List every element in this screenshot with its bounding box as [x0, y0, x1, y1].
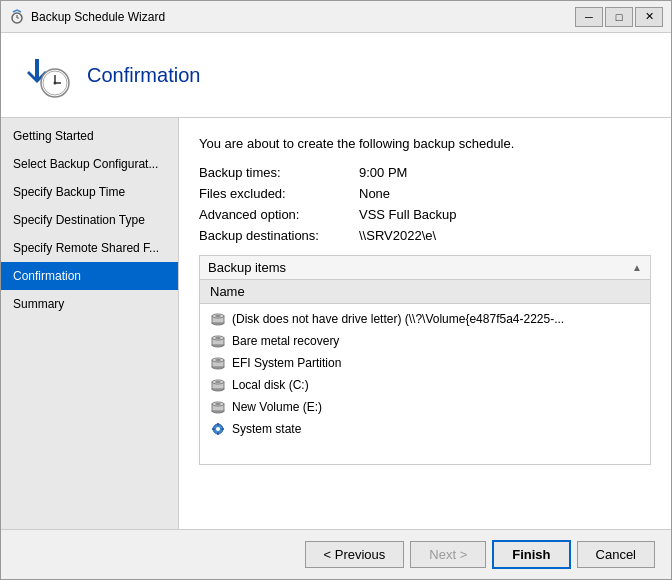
maximize-button[interactable]: □: [605, 7, 633, 27]
destinations-label: Backup destinations:: [199, 228, 359, 243]
list-item-label: (Disk does not have drive letter) (\\?\V…: [232, 312, 564, 326]
disk-icon: [210, 377, 226, 393]
list-item-label: Local disk (C:): [232, 378, 309, 392]
svg-point-23: [215, 381, 221, 383]
list-item: (Disk does not have drive letter) (\\?\V…: [200, 308, 650, 330]
svg-rect-32: [212, 428, 215, 430]
info-row-destinations: Backup destinations: \\SRV2022\e\: [199, 228, 651, 243]
sidebar-item-getting-started[interactable]: Getting Started: [1, 122, 178, 150]
titlebar-title: Backup Schedule Wizard: [31, 10, 575, 24]
backup-times-label: Backup times:: [199, 165, 359, 180]
list-item: Bare metal recovery: [200, 330, 650, 352]
svg-rect-31: [217, 433, 219, 436]
svg-point-11: [215, 315, 221, 317]
info-row-advanced: Advanced option: VSS Full Backup: [199, 207, 651, 222]
main-content: You are about to create the following ba…: [179, 118, 671, 529]
advanced-option-value: VSS Full Backup: [359, 207, 457, 222]
backup-items-header: Backup items ▲: [200, 256, 650, 280]
svg-point-27: [215, 403, 221, 405]
chevron-up-icon: ▲: [632, 262, 642, 273]
svg-point-29: [216, 427, 220, 431]
backup-items-column-name: Name: [200, 280, 650, 304]
page-title: Confirmation: [87, 64, 200, 87]
svg-rect-33: [222, 428, 225, 430]
backup-items-label: Backup items: [208, 260, 286, 275]
disk-icon: [210, 311, 226, 327]
sidebar-item-confirmation[interactable]: Confirmation: [1, 262, 178, 290]
sidebar: Getting Started Select Backup Configurat…: [1, 118, 179, 529]
close-button[interactable]: ✕: [635, 7, 663, 27]
sidebar-item-select-backup[interactable]: Select Backup Configurat...: [1, 150, 178, 178]
sidebar-item-summary[interactable]: Summary: [1, 290, 178, 318]
info-row-files-excluded: Files excluded: None: [199, 186, 651, 201]
backup-items-section: Backup items ▲ Name: [199, 255, 651, 465]
advanced-option-label: Advanced option:: [199, 207, 359, 222]
info-row-backup-times: Backup times: 9:00 PM: [199, 165, 651, 180]
list-item: EFI System Partition: [200, 352, 650, 374]
list-item: System state: [200, 418, 650, 440]
body-area: Getting Started Select Backup Configurat…: [1, 118, 671, 529]
sidebar-item-specify-time[interactable]: Specify Backup Time: [1, 178, 178, 206]
previous-button[interactable]: < Previous: [305, 541, 405, 568]
list-item-label: New Volume (E:): [232, 400, 322, 414]
list-item-label: EFI System Partition: [232, 356, 341, 370]
disk-icon: [210, 399, 226, 415]
svg-point-7: [54, 82, 57, 85]
wizard-window: Backup Schedule Wizard ─ □ ✕ Confirmatio…: [0, 0, 672, 580]
backup-items-list: (Disk does not have drive letter) (\\?\V…: [200, 304, 650, 464]
list-item: New Volume (E:): [200, 396, 650, 418]
files-excluded-value: None: [359, 186, 390, 201]
header-icon: [21, 49, 73, 101]
cancel-button[interactable]: Cancel: [577, 541, 655, 568]
sidebar-item-specify-destination[interactable]: Specify Destination Type: [1, 206, 178, 234]
footer: < Previous Next > Finish Cancel: [1, 529, 671, 579]
svg-point-19: [215, 359, 221, 361]
backup-times-value: 9:00 PM: [359, 165, 407, 180]
svg-point-15: [215, 337, 221, 339]
minimize-button[interactable]: ─: [575, 7, 603, 27]
titlebar-buttons: ─ □ ✕: [575, 7, 663, 27]
files-excluded-label: Files excluded:: [199, 186, 359, 201]
gear-icon: [210, 421, 226, 437]
titlebar: Backup Schedule Wizard ─ □ ✕: [1, 1, 671, 33]
titlebar-icon: [9, 9, 25, 25]
next-button[interactable]: Next >: [410, 541, 486, 568]
destinations-value: \\SRV2022\e\: [359, 228, 436, 243]
header-area: Confirmation: [1, 33, 671, 118]
sidebar-item-specify-remote[interactable]: Specify Remote Shared F...: [1, 234, 178, 262]
finish-button[interactable]: Finish: [492, 540, 570, 569]
info-table: Backup times: 9:00 PM Files excluded: No…: [199, 165, 651, 243]
list-item-label: System state: [232, 422, 301, 436]
intro-text: You are about to create the following ba…: [199, 136, 651, 151]
disk-icon: [210, 355, 226, 371]
svg-rect-30: [217, 423, 219, 426]
list-item: Local disk (C:): [200, 374, 650, 396]
list-item-label: Bare metal recovery: [232, 334, 339, 348]
disk-icon: [210, 333, 226, 349]
